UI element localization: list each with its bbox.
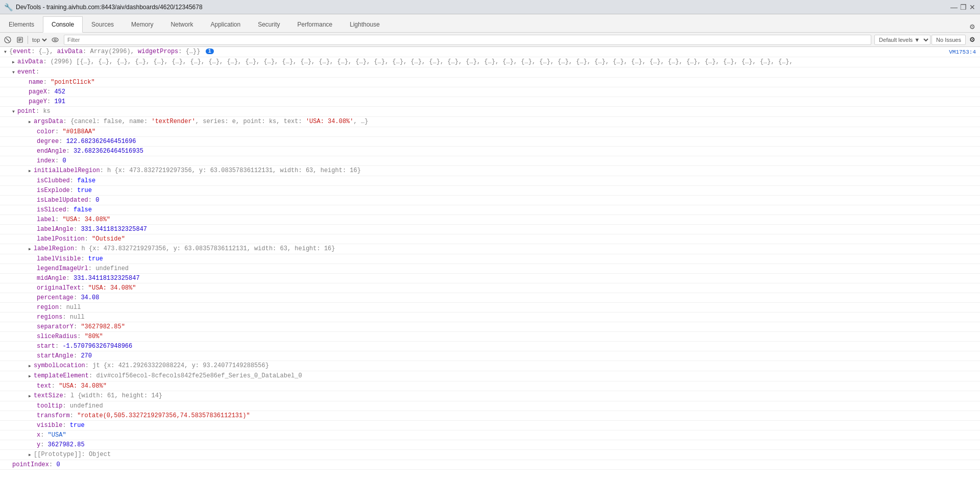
svg-point-6	[52, 38, 58, 42]
levels-select[interactable]: Default levels ▼	[874, 35, 930, 45]
toggle-arrow[interactable]	[29, 372, 34, 380]
toggle-arrow[interactable]	[29, 245, 34, 253]
title-bar-text: DevTools - training.aivhub.com:8443/aiv/…	[16, 4, 203, 11]
console-line: [[Prototype]]: Object	[0, 450, 980, 460]
console-line: separatorY: "3627982.85"	[0, 322, 980, 332]
console-line: labelPosition: "Outside"	[0, 234, 980, 244]
console-line: templateElement: div#colf56ecol-8cfecols…	[0, 371, 980, 381]
console-line: aivData: (2996) [{…}, {…}, {…}, {…}, {…}…	[0, 57, 980, 67]
console-line: isClubbed: false	[0, 176, 980, 186]
tab-security[interactable]: Security	[249, 16, 288, 32]
eye-button[interactable]	[50, 34, 61, 45]
toggle-arrow[interactable]	[29, 450, 34, 459]
console-line: percentage: 34.08	[0, 293, 980, 303]
console-line: pointIndex: 0	[0, 460, 980, 470]
console-line: degree: 122.682362646451696	[0, 137, 980, 147]
tab-lighthouse[interactable]: Lighthouse	[341, 16, 388, 32]
console-line: tooltip: undefined	[0, 401, 980, 411]
settings-button-right[interactable]: ⚙	[967, 21, 978, 32]
console-line: start: -1.5707963267948966	[0, 342, 980, 351]
close-button[interactable]: ✕	[969, 4, 976, 11]
issues-button[interactable]: No Issues	[932, 35, 966, 45]
preserve-log-button[interactable]	[14, 34, 26, 45]
console-line: labelVisible: true	[0, 254, 980, 264]
console-line: index: 0	[0, 156, 980, 166]
context-select[interactable]: top	[30, 35, 48, 45]
toggle-arrow[interactable]	[29, 117, 34, 126]
restore-button[interactable]: ❐	[960, 4, 967, 11]
tab-application[interactable]: Application	[202, 16, 249, 32]
tab-memory[interactable]: Memory	[122, 16, 162, 32]
console-line: point: ks	[0, 107, 980, 117]
eye-icon	[52, 37, 59, 42]
console-line: sliceRadius: "80%"	[0, 332, 980, 342]
toggle-arrow[interactable]	[29, 392, 34, 400]
clear-icon	[4, 36, 11, 43]
clear-console-button[interactable]	[2, 34, 13, 45]
toggle-arrow[interactable]	[29, 362, 34, 370]
console-line: legendImageUrl: undefined	[0, 264, 980, 274]
separator-1	[28, 36, 28, 44]
console-line: {event: {…}, aivData: Array(2996), widge…	[0, 47, 980, 57]
console-line: initialLabelRegion: h {x: 473.8327219297…	[0, 166, 980, 176]
console-line: text: "USA: 34.08%"	[0, 381, 980, 391]
console-output[interactable]: VM1753:4 {event: {…}, aivData: Array(299…	[0, 47, 980, 503]
source-link[interactable]: VM1753:4	[949, 48, 976, 56]
toggle-arrow[interactable]	[12, 107, 17, 116]
console-line: label: "USA: 34.08%"	[0, 215, 980, 225]
console-line: midAngle: 331.34118132325847	[0, 274, 980, 283]
console-line: pageY: 191	[0, 97, 980, 107]
console-line: labelAngle: 331.34118132325847	[0, 225, 980, 234]
toggle-arrow[interactable]	[4, 47, 9, 56]
console-line: startAngle: 270	[0, 351, 980, 361]
console-line: x: "USA"	[0, 430, 980, 440]
toggle-arrow[interactable]	[12, 68, 17, 77]
console-line: isLabelUpdated: 0	[0, 196, 980, 205]
console-line: name: "pointClick"	[0, 78, 980, 87]
console-line: regions: null	[0, 313, 980, 322]
tab-performance[interactable]: Performance	[289, 16, 341, 32]
console-line: labelRegion: h {x: 473.8327219297356, y:…	[0, 244, 980, 254]
console-line: isSliced: false	[0, 205, 980, 215]
filter-input[interactable]	[64, 35, 871, 45]
tab-sources[interactable]: Sources	[83, 16, 122, 32]
console-line: visible: true	[0, 421, 980, 430]
console-line: transform: "rotate(0,505.3327219297356,7…	[0, 411, 980, 421]
console-line: argsData: {cancel: false, name: 'textRen…	[0, 117, 980, 127]
console-line: y: 3627982.85	[0, 440, 980, 450]
svg-line-1	[6, 38, 9, 41]
tab-elements[interactable]: Elements	[0, 16, 43, 32]
console-line: originalText: "USA: 34.08%"	[0, 283, 980, 293]
console-line: event:	[0, 67, 980, 78]
settings-button-toolbar[interactable]: ⚙	[967, 34, 978, 45]
x-link[interactable]: "USA"	[48, 432, 66, 439]
console-toolbar: top Default levels ▼ No Issues ⚙	[0, 33, 980, 47]
preserve-icon	[16, 36, 23, 43]
console-line: color: "#01B8AA"	[0, 127, 980, 137]
console-line: isExplode: true	[0, 186, 980, 196]
console-line: pageX: 452	[0, 87, 980, 97]
toggle-arrow[interactable]	[29, 166, 34, 175]
console-line: region: null	[0, 303, 980, 313]
console-line: endAngle: 32.6823626464516935	[0, 147, 980, 156]
console-line: symbolLocation: jt {x: 421.2926332208822…	[0, 361, 980, 371]
tab-console[interactable]: Console	[43, 16, 83, 33]
title-bar: 🔧 DevTools - training.aivhub.com:8443/ai…	[0, 0, 980, 14]
devtools-icon: 🔧	[4, 3, 13, 11]
tab-network[interactable]: Network	[162, 16, 202, 32]
minimize-button[interactable]: —	[950, 4, 958, 11]
tab-bar: Elements Console Sources Memory Network …	[0, 14, 980, 33]
toggle-arrow[interactable]	[12, 58, 17, 66]
svg-point-7	[54, 39, 56, 41]
console-line: textSize: l {width: 61, height: 14}	[0, 391, 980, 401]
